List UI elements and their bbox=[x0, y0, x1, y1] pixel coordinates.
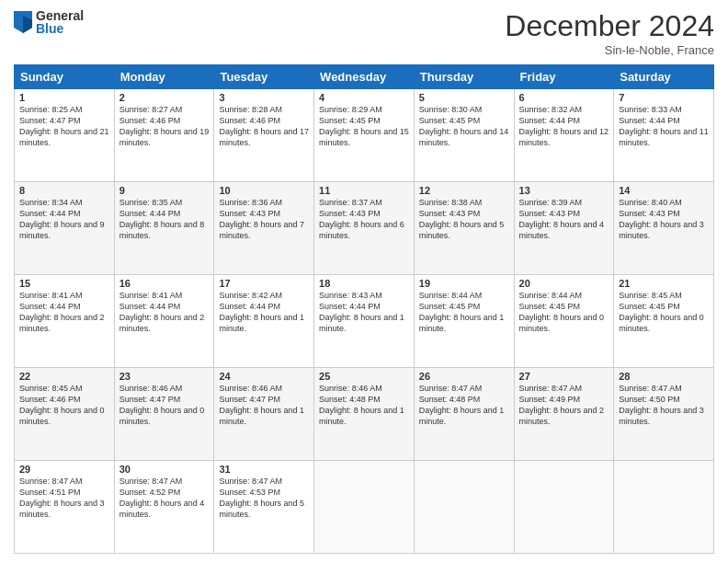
day-headers: Sunday Monday Tuesday Wednesday Thursday… bbox=[15, 65, 714, 89]
day-31: 31 Sunrise: 8:47 AMSunset: 4:53 PMDaylig… bbox=[214, 461, 314, 554]
empty-4 bbox=[614, 461, 714, 554]
empty-3 bbox=[514, 461, 614, 554]
empty-2 bbox=[414, 461, 514, 554]
day-9: 9 Sunrise: 8:35 AMSunset: 4:44 PMDayligh… bbox=[114, 182, 214, 275]
week-4: 22 Sunrise: 8:45 AMSunset: 4:46 PMDaylig… bbox=[15, 368, 714, 461]
day-19: 19 Sunrise: 8:44 AMSunset: 4:45 PMDaylig… bbox=[414, 275, 514, 368]
month-title: December 2024 bbox=[505, 9, 714, 43]
day-23: 23 Sunrise: 8:46 AMSunset: 4:47 PMDaylig… bbox=[114, 368, 214, 461]
day-10: 10 Sunrise: 8:36 AMSunset: 4:43 PMDaylig… bbox=[214, 182, 314, 275]
logo-blue: Blue bbox=[36, 22, 84, 35]
header-monday: Monday bbox=[114, 65, 214, 89]
header-wednesday: Wednesday bbox=[314, 65, 415, 89]
day-5: 5 Sunrise: 8:30 AMSunset: 4:45 PMDayligh… bbox=[414, 89, 514, 182]
day-25: 25 Sunrise: 8:46 AMSunset: 4:48 PMDaylig… bbox=[314, 368, 415, 461]
day-7: 7 Sunrise: 8:33 AMSunset: 4:44 PMDayligh… bbox=[614, 89, 714, 182]
day-1: 1 Sunrise: 8:25 AMSunset: 4:47 PMDayligh… bbox=[15, 89, 115, 182]
day-21: 21 Sunrise: 8:45 AMSunset: 4:45 PMDaylig… bbox=[614, 275, 714, 368]
day-16: 16 Sunrise: 8:41 AMSunset: 4:44 PMDaylig… bbox=[114, 275, 214, 368]
day-30: 30 Sunrise: 8:47 AMSunset: 4:52 PMDaylig… bbox=[114, 461, 214, 554]
day-27: 27 Sunrise: 8:47 AMSunset: 4:49 PMDaylig… bbox=[514, 368, 614, 461]
week-2: 8 Sunrise: 8:34 AMSunset: 4:44 PMDayligh… bbox=[15, 182, 714, 275]
logo-text: General Blue bbox=[36, 9, 84, 35]
day-3: 3 Sunrise: 8:28 AMSunset: 4:46 PMDayligh… bbox=[214, 89, 314, 182]
header-tuesday: Tuesday bbox=[214, 65, 314, 89]
logo: General Blue bbox=[14, 9, 84, 35]
header-sunday: Sunday bbox=[15, 65, 115, 89]
page: General Blue December 2024 Sin-le-Noble,… bbox=[0, 0, 728, 563]
week-1: 1 Sunrise: 8:25 AMSunset: 4:47 PMDayligh… bbox=[15, 89, 714, 182]
title-section: December 2024 Sin-le-Noble, France bbox=[505, 9, 714, 57]
day-11: 11 Sunrise: 8:37 AMSunset: 4:43 PMDaylig… bbox=[314, 182, 415, 275]
day-6: 6 Sunrise: 8:32 AMSunset: 4:44 PMDayligh… bbox=[514, 89, 614, 182]
day-15: 15 Sunrise: 8:41 AMSunset: 4:44 PMDaylig… bbox=[15, 275, 115, 368]
empty-1 bbox=[314, 461, 415, 554]
day-4: 4 Sunrise: 8:29 AMSunset: 4:45 PMDayligh… bbox=[314, 89, 415, 182]
day-14: 14 Sunrise: 8:40 AMSunset: 4:43 PMDaylig… bbox=[614, 182, 714, 275]
logo-icon bbox=[14, 11, 32, 33]
location-subtitle: Sin-le-Noble, France bbox=[505, 43, 714, 57]
day-8: 8 Sunrise: 8:34 AMSunset: 4:44 PMDayligh… bbox=[15, 182, 115, 275]
day-18: 18 Sunrise: 8:43 AMSunset: 4:44 PMDaylig… bbox=[314, 275, 415, 368]
logo-general: General bbox=[36, 9, 84, 22]
day-22: 22 Sunrise: 8:45 AMSunset: 4:46 PMDaylig… bbox=[15, 368, 115, 461]
day-29: 29 Sunrise: 8:47 AMSunset: 4:51 PMDaylig… bbox=[15, 461, 115, 554]
day-20: 20 Sunrise: 8:44 AMSunset: 4:45 PMDaylig… bbox=[514, 275, 614, 368]
header-friday: Friday bbox=[514, 65, 614, 89]
day-26: 26 Sunrise: 8:47 AMSunset: 4:48 PMDaylig… bbox=[414, 368, 514, 461]
day-17: 17 Sunrise: 8:42 AMSunset: 4:44 PMDaylig… bbox=[214, 275, 314, 368]
calendar: Sunday Monday Tuesday Wednesday Thursday… bbox=[14, 64, 714, 554]
week-5: 29 Sunrise: 8:47 AMSunset: 4:51 PMDaylig… bbox=[15, 461, 714, 554]
day-2: 2 Sunrise: 8:27 AMSunset: 4:46 PMDayligh… bbox=[114, 89, 214, 182]
week-3: 15 Sunrise: 8:41 AMSunset: 4:44 PMDaylig… bbox=[15, 275, 714, 368]
day-24: 24 Sunrise: 8:46 AMSunset: 4:47 PMDaylig… bbox=[214, 368, 314, 461]
day-28: 28 Sunrise: 8:47 AMSunset: 4:50 PMDaylig… bbox=[614, 368, 714, 461]
header: General Blue December 2024 Sin-le-Noble,… bbox=[14, 9, 714, 57]
day-13: 13 Sunrise: 8:39 AMSunset: 4:43 PMDaylig… bbox=[514, 182, 614, 275]
header-thursday: Thursday bbox=[414, 65, 514, 89]
header-saturday: Saturday bbox=[614, 65, 714, 89]
day-12: 12 Sunrise: 8:38 AMSunset: 4:43 PMDaylig… bbox=[414, 182, 514, 275]
